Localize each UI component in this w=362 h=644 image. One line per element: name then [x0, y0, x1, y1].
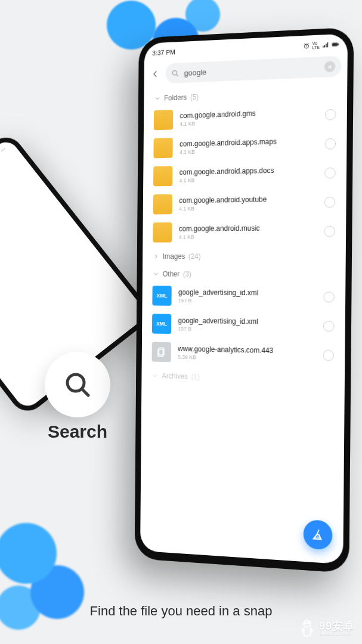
volte-label: Vo LTE — [313, 41, 320, 50]
back-button[interactable] — [150, 67, 161, 81]
select-radio[interactable] — [323, 321, 334, 332]
file-row[interactable]: XML google_advertising_id.xml157 B — [144, 281, 343, 312]
folder-icon — [153, 194, 172, 215]
chevron-down-icon — [151, 372, 158, 379]
status-time: 3:37 PM — [152, 48, 175, 57]
svg-line-9 — [177, 74, 178, 76]
select-radio[interactable] — [325, 109, 336, 120]
watermark-title: 99安卓 — [319, 621, 355, 631]
folder-icon — [153, 222, 172, 243]
secondary-status-dots: ··· — [0, 145, 7, 154]
xml-icon: XML — [152, 314, 171, 334]
select-radio[interactable] — [323, 350, 334, 361]
item-name: com.google.android.apps.maps — [180, 137, 277, 148]
svg-rect-6 — [333, 44, 338, 46]
item-size: 157 B — [178, 298, 258, 304]
item-size: 4.1 KB — [179, 205, 267, 212]
watermark: 99安卓 99anzhuo.com — [299, 619, 355, 638]
item-name: com.google.android.music — [179, 224, 260, 233]
svg-rect-7 — [338, 44, 339, 45]
select-radio[interactable] — [324, 226, 335, 237]
ink-splash-bottom — [0, 507, 119, 644]
folder-row[interactable]: com.google.android.music4.1 KB — [145, 216, 344, 246]
section-count: (5) — [190, 93, 199, 101]
section-count: (1) — [191, 373, 200, 381]
file-row[interactable]: XML google_advertising_id.xml157 B — [144, 309, 343, 341]
search-icon — [63, 370, 92, 399]
section-label: Folders — [164, 93, 187, 102]
chevron-right-icon — [153, 253, 159, 260]
item-size: 4.1 KB — [179, 234, 260, 240]
item-name: google_advertising_id.xml — [178, 288, 258, 297]
alarm-icon — [302, 42, 310, 50]
section-label: Archives — [162, 372, 188, 381]
folder-row[interactable]: com.google.android.apps.maps4.1 KB — [146, 129, 344, 162]
item-size: 4.1 KB — [180, 119, 255, 127]
chevron-down-icon — [153, 271, 159, 278]
xml-icon: XML — [152, 286, 171, 306]
folder-row[interactable]: com.google.android.youtube4.1 KB — [145, 187, 344, 218]
file-row[interactable]: www.google-analytics.com.4435.39 KB — [144, 338, 342, 370]
search-input[interactable]: google — [165, 56, 341, 84]
svg-point-14 — [308, 623, 309, 624]
status-indicators: Vo LTE — [302, 40, 339, 50]
item-name: google_advertising_id.xml — [178, 317, 258, 326]
item-size: 4.1 KB — [180, 147, 277, 156]
item-name: com.google.android.apps.docs — [180, 166, 274, 177]
item-name: www.google-analytics.com.443 — [178, 345, 273, 355]
section-label: Other — [163, 270, 180, 278]
section-count: (3) — [183, 270, 191, 278]
section-label: Images — [163, 252, 185, 261]
folder-icon — [154, 110, 173, 130]
select-radio[interactable] — [324, 168, 335, 179]
svg-point-8 — [172, 70, 177, 75]
item-size: 5.39 KB — [178, 354, 273, 362]
battery-icon — [332, 41, 339, 48]
section-other[interactable]: Other (3) — [145, 264, 344, 283]
signal-icon — [322, 41, 329, 49]
folder-icon — [153, 138, 172, 158]
select-radio[interactable] — [323, 292, 334, 303]
secondary-status-icons: ··· — [0, 144, 10, 154]
item-size: 4.1 KB — [180, 176, 274, 184]
chevron-left-icon — [151, 69, 160, 79]
item-name: com.google.android.gms — [180, 109, 255, 120]
section-count: (24) — [188, 252, 201, 261]
watermark-logo-icon — [299, 619, 315, 638]
folder-icon — [153, 166, 172, 186]
main-phone: 3:37 PM Vo LTE google — [135, 27, 354, 573]
results-list[interactable]: Folders (5) com.google.android.gms4.1 KB… — [140, 81, 347, 564]
section-images[interactable]: Images (24) — [145, 246, 344, 265]
phone-screen: 3:37 PM Vo LTE google — [140, 33, 348, 564]
search-badge-label: Search — [36, 422, 119, 442]
search-badge — [45, 352, 110, 417]
watermark-url: 99anzhuo.com — [319, 631, 355, 636]
item-name: com.google.android.youtube — [179, 195, 267, 205]
document-icon — [152, 342, 171, 362]
chevron-down-icon — [154, 95, 160, 102]
item-size: 157 B — [178, 326, 258, 333]
select-radio[interactable] — [325, 138, 336, 150]
clear-search-button[interactable] — [324, 61, 335, 72]
search-query: google — [184, 67, 207, 77]
search-icon — [171, 69, 180, 78]
marketing-tagline: Find the file you need in a snap — [0, 603, 362, 619]
svg-point-13 — [305, 623, 307, 624]
folder-row[interactable]: com.google.android.apps.docs4.1 KB — [146, 158, 344, 190]
broom-icon — [311, 528, 324, 542]
svg-line-3 — [82, 389, 88, 395]
select-radio[interactable] — [324, 197, 335, 208]
